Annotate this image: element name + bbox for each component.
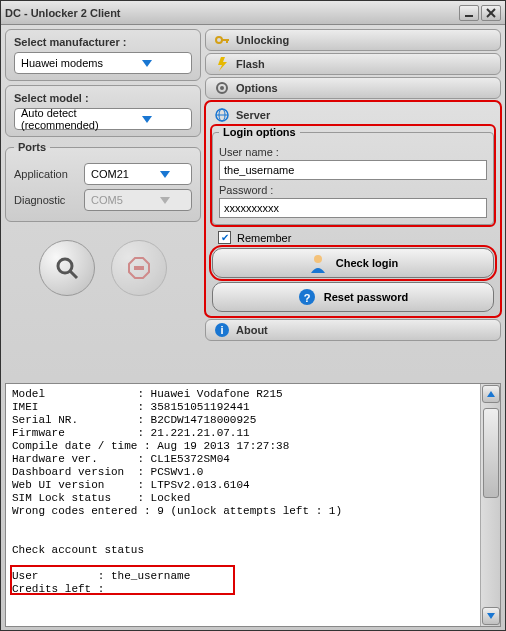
log-area: Model : Huawei Vodafone R215 IMEI : 3581… xyxy=(5,383,501,627)
login-fieldset-title: Login options xyxy=(219,126,300,138)
server-panel: Server Login options User name : Passwor… xyxy=(205,101,501,317)
manufacturer-value: Huawei modems xyxy=(21,57,105,69)
password-label: Password : xyxy=(219,184,487,196)
accordion-unlocking[interactable]: Unlocking xyxy=(205,29,501,51)
chevron-down-icon xyxy=(105,110,189,128)
port-application-label: Application xyxy=(14,168,78,180)
svg-point-20 xyxy=(314,255,322,263)
accordion-server[interactable]: Server xyxy=(212,106,494,124)
login-fieldset: Login options User name : Password : xyxy=(212,126,494,225)
reset-password-button[interactable]: ? Reset password xyxy=(212,282,494,312)
log-scrollbar[interactable] xyxy=(480,384,500,626)
right-column: Unlocking Flash Options Serve xyxy=(205,29,501,377)
search-button[interactable] xyxy=(39,240,95,296)
svg-text:i: i xyxy=(220,324,223,336)
titlebar: DC - Unlocker 2 Client xyxy=(1,1,505,25)
port-diagnostic-value: COM5 xyxy=(91,194,140,206)
check-login-button[interactable]: Check login xyxy=(212,248,494,278)
user-icon xyxy=(308,253,328,273)
scroll-track[interactable] xyxy=(482,404,500,606)
minimize-button[interactable] xyxy=(459,5,479,21)
manufacturer-combo[interactable]: Huawei modems xyxy=(14,52,192,74)
scroll-up-button[interactable] xyxy=(482,385,500,403)
svg-marker-25 xyxy=(487,391,495,397)
app-window: DC - Unlocker 2 Client Select manufactur… xyxy=(0,0,506,631)
svg-point-7 xyxy=(58,259,72,273)
ports-title: Ports xyxy=(14,141,50,153)
check-login-label: Check login xyxy=(336,257,398,269)
remember-row: ✔ Remember xyxy=(218,231,494,244)
svg-marker-5 xyxy=(160,171,170,178)
stop-button[interactable] xyxy=(111,240,167,296)
chevron-down-icon xyxy=(105,54,189,72)
reset-password-label: Reset password xyxy=(324,291,408,303)
svg-marker-6 xyxy=(160,197,170,204)
model-label: Select model : xyxy=(14,92,192,104)
port-application-value: COM21 xyxy=(91,168,140,180)
model-combo[interactable]: Auto detect (recommended) xyxy=(14,108,192,130)
key-icon xyxy=(214,32,230,48)
chevron-down-icon xyxy=(140,191,189,209)
manufacturer-panel: Select manufacturer : Huawei modems xyxy=(5,29,201,81)
main-content: Select manufacturer : Huawei modems Sele… xyxy=(1,25,505,381)
manufacturer-label: Select manufacturer : xyxy=(14,36,192,48)
left-column: Select manufacturer : Huawei modems Sele… xyxy=(5,29,201,377)
svg-point-11 xyxy=(216,37,222,43)
svg-marker-26 xyxy=(487,613,495,619)
accordion-server-label: Server xyxy=(236,109,270,121)
svg-point-16 xyxy=(220,86,224,90)
port-diagnostic-label: Diagnostic xyxy=(14,194,78,206)
accordion-flash-label: Flash xyxy=(236,58,265,70)
svg-rect-10 xyxy=(134,266,144,270)
svg-marker-14 xyxy=(218,57,227,71)
flash-icon xyxy=(214,56,230,72)
close-button[interactable] xyxy=(481,5,501,21)
accordion-flash[interactable]: Flash xyxy=(205,53,501,75)
accordion-options-label: Options xyxy=(236,82,278,94)
ports-fieldset: Ports Application COM21 Diagnostic COM5 xyxy=(5,141,201,222)
port-diagnostic-row: Diagnostic COM5 xyxy=(14,189,192,211)
svg-marker-4 xyxy=(142,116,152,123)
model-panel: Select model : Auto detect (recommended) xyxy=(5,85,201,137)
scroll-thumb[interactable] xyxy=(483,408,499,498)
question-icon: ? xyxy=(298,288,316,306)
password-input[interactable] xyxy=(219,198,487,218)
username-input[interactable] xyxy=(219,160,487,180)
accordion-about-label: About xyxy=(236,324,268,336)
log-text[interactable]: Model : Huawei Vodafone R215 IMEI : 3581… xyxy=(6,384,500,626)
port-application-row: Application COM21 xyxy=(14,163,192,185)
remember-checkbox[interactable]: ✔ xyxy=(218,231,231,244)
remember-label: Remember xyxy=(237,232,291,244)
chevron-down-icon xyxy=(140,165,189,183)
model-value: Auto detect (recommended) xyxy=(21,107,105,131)
search-icon xyxy=(53,254,81,282)
svg-text:?: ? xyxy=(303,292,310,304)
window-title: DC - Unlocker 2 Client xyxy=(5,7,457,19)
accordion-unlocking-label: Unlocking xyxy=(236,34,289,46)
gear-icon xyxy=(214,80,230,96)
svg-marker-3 xyxy=(142,60,152,67)
accordion-about[interactable]: i About xyxy=(205,319,501,341)
accordion-options[interactable]: Options xyxy=(205,77,501,99)
stop-icon xyxy=(125,254,153,282)
circle-buttons-row xyxy=(5,240,201,296)
svg-line-8 xyxy=(70,271,77,278)
info-icon: i xyxy=(214,322,230,338)
username-label: User name : xyxy=(219,146,487,158)
port-diagnostic-combo[interactable]: COM5 xyxy=(84,189,192,211)
port-application-combo[interactable]: COM21 xyxy=(84,163,192,185)
globe-icon xyxy=(214,107,230,123)
scroll-down-button[interactable] xyxy=(482,607,500,625)
